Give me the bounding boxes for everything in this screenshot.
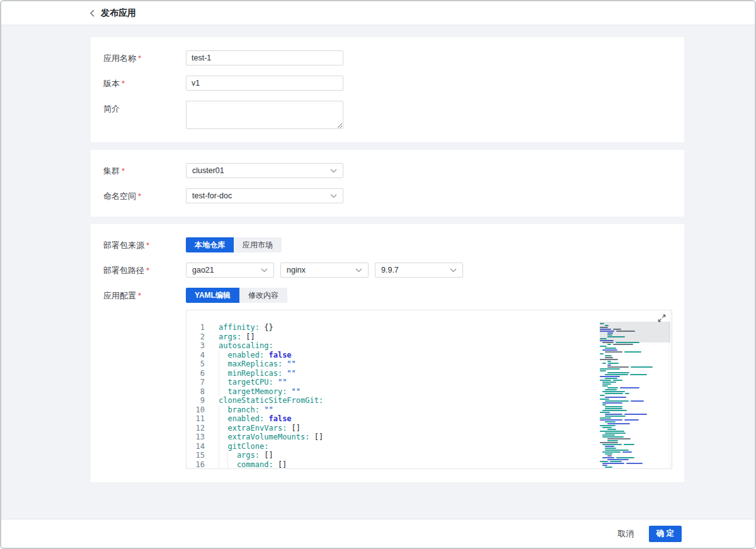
- cluster-card: 集群* cluster01 命名空间* test-for-doc: [91, 150, 684, 217]
- required-asterisk: *: [122, 166, 125, 176]
- pkg-path-label: 部署包路径*: [103, 263, 186, 278]
- form-content: 应用名称* 版本* 简介 集群*: [1, 25, 755, 482]
- code-line: 11enabled: false: [186, 414, 672, 424]
- version-input[interactable]: [186, 76, 343, 91]
- cluster-row: 集群* cluster01: [103, 163, 672, 178]
- namespace-select[interactable]: test-for-doc: [186, 188, 343, 203]
- pkg-chart-select-value: nginx: [287, 266, 306, 274]
- required-asterisk: *: [138, 191, 141, 201]
- code-line: 9cloneStaticSiteFromGit:: [186, 396, 672, 405]
- version-label: 版本*: [103, 76, 186, 91]
- required-asterisk: *: [146, 241, 149, 250]
- pkg-source-toggle: 本地仓库 应用市场: [186, 237, 282, 252]
- code-line: 1affinity: {}: [186, 323, 672, 332]
- pkg-version-select-value: 9.9.7: [381, 266, 399, 274]
- namespace-select-value: test-for-doc: [192, 191, 232, 200]
- chevron-down-icon: [355, 268, 362, 273]
- code-line: 8targetMemory: "": [186, 387, 672, 397]
- tab-modify-content[interactable]: 修改内容: [239, 288, 287, 303]
- version-row: 版本*: [103, 76, 672, 91]
- yaml-code: 1affinity: {}2args: []3autoscaling:4enab…: [186, 323, 672, 469]
- app-name-row: 应用名称*: [103, 50, 672, 65]
- code-line: 3autoscaling:: [186, 341, 672, 351]
- code-line: 14gitClone:: [186, 442, 672, 451]
- confirm-button[interactable]: 确 定: [649, 526, 682, 542]
- minimap[interactable]: [600, 323, 668, 468]
- page-title: 发布应用: [101, 8, 136, 19]
- app-name-label: 应用名称*: [103, 50, 186, 65]
- intro-label: 简介: [103, 101, 186, 129]
- required-asterisk: *: [138, 291, 141, 300]
- cluster-select[interactable]: cluster01: [186, 163, 343, 178]
- tab-yaml-edit[interactable]: YAML编辑: [186, 288, 239, 303]
- app-config-label: 应用配置*: [103, 288, 186, 469]
- pkg-repo-select-value: gao21: [192, 266, 214, 274]
- required-asterisk: *: [146, 266, 149, 275]
- code-line: 6minReplicas: "": [186, 369, 672, 378]
- code-line: 16command: []: [186, 460, 672, 470]
- pkg-repo-select[interactable]: gao21: [186, 263, 274, 278]
- code-line: 10branch: "": [186, 405, 672, 415]
- pkg-source-label: 部署包来源*: [103, 237, 186, 252]
- namespace-row: 命名空间* test-for-doc: [103, 188, 672, 203]
- code-line: 15args: []: [186, 451, 672, 460]
- pkg-chart-select[interactable]: nginx: [280, 263, 369, 278]
- tab-local-repo[interactable]: 本地仓库: [186, 237, 234, 252]
- chevron-down-icon: [330, 194, 337, 198]
- chevron-down-icon: [330, 169, 337, 173]
- pkg-path-row: 部署包路径* gao21 nginx 9.9.7: [103, 263, 672, 278]
- tab-app-market[interactable]: 应用市场: [234, 237, 282, 252]
- code-line: 5maxReplicas: "": [186, 359, 672, 369]
- cluster-label: 集群*: [103, 163, 186, 178]
- action-footer: 取消 确 定: [1, 519, 755, 548]
- expand-icon[interactable]: [658, 314, 666, 325]
- yaml-editor[interactable]: 1affinity: {}2args: []3autoscaling:4enab…: [186, 310, 672, 469]
- pkg-source-row: 部署包来源* 本地仓库 应用市场: [103, 237, 672, 252]
- pkg-version-select[interactable]: 9.9.7: [375, 263, 463, 278]
- intro-row: 简介: [103, 101, 672, 129]
- deployment-card: 部署包来源* 本地仓库 应用市场 部署包路径* gao21 n: [91, 224, 684, 482]
- app-name-input[interactable]: [186, 50, 343, 65]
- required-asterisk: *: [122, 79, 125, 88]
- code-line: 7targetCPU: "": [186, 378, 672, 387]
- cluster-select-value: cluster01: [192, 166, 224, 175]
- app-config-row: 应用配置* YAML编辑 修改内容 1affinity: {}2args: []…: [103, 288, 672, 469]
- app-config-area: YAML编辑 修改内容 1affinity: {}2args: []3autos…: [186, 288, 672, 469]
- code-line: 4enabled: false: [186, 351, 672, 360]
- publish-app-window: 发布应用 应用名称* 版本* 简介: [0, 0, 756, 549]
- pkg-path-selects: gao21 nginx 9.9.7: [186, 263, 463, 278]
- code-line: 2args: []: [186, 332, 672, 342]
- back-chevron-icon[interactable]: [89, 9, 95, 17]
- basic-info-card: 应用名称* 版本* 简介: [91, 37, 684, 142]
- required-asterisk: *: [138, 54, 141, 63]
- code-line: 12extraEnvVars: []: [186, 424, 672, 433]
- intro-textarea[interactable]: [186, 101, 343, 129]
- namespace-label: 命名空间*: [103, 188, 186, 203]
- page-header: 发布应用: [1, 1, 755, 25]
- app-config-toggle: YAML编辑 修改内容: [186, 288, 672, 303]
- chevron-down-icon: [450, 268, 457, 273]
- cancel-button[interactable]: 取消: [618, 528, 634, 540]
- code-line: 13extraVolumeMounts: []: [186, 433, 672, 442]
- chevron-down-icon: [261, 268, 268, 273]
